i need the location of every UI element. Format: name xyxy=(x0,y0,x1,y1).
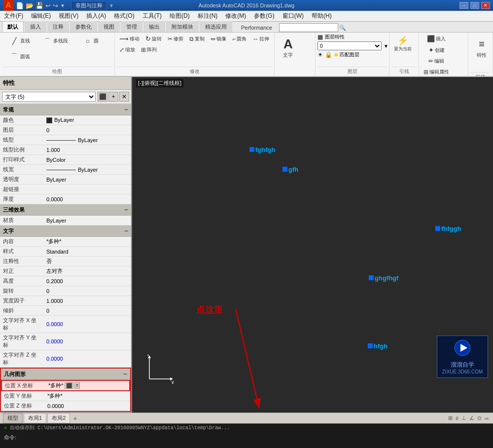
prop-layer-value[interactable]: 0 xyxy=(44,127,131,134)
osnap-icon[interactable]: ⊙ xyxy=(477,415,482,421)
menu-dimension[interactable]: 标注(N) xyxy=(194,11,222,21)
qat-dropdown[interactable]: ▼ xyxy=(60,3,65,8)
tab-insert[interactable]: 插入 xyxy=(25,21,46,32)
prop-pickadd-btn[interactable]: ⬛ xyxy=(98,92,107,102)
add-layout-btn[interactable]: + xyxy=(70,413,80,423)
menu-parametric[interactable]: 参数(G) xyxy=(250,11,278,21)
tab-performance[interactable]: Performance xyxy=(236,23,277,32)
modify-array-btn[interactable]: ⊞ 阵列 xyxy=(139,45,159,55)
prop-select-btn[interactable]: + xyxy=(108,92,118,102)
prop-style-value[interactable]: Standard xyxy=(44,248,131,255)
prop-color-value[interactable]: ByLayer xyxy=(44,116,131,124)
modify-stretch-btn[interactable]: ↔ 拉伸 xyxy=(250,34,272,44)
tab-addons[interactable]: 附加模块 xyxy=(166,21,199,32)
prop-linetype-value[interactable]: ByLayer xyxy=(44,137,131,144)
modify-trim-btn[interactable]: ✂ 修剪 xyxy=(165,34,186,44)
tab-view[interactable]: 视图 xyxy=(98,21,120,32)
menu-insert[interactable]: 插入(A) xyxy=(82,11,110,21)
pos-x-pick-btn[interactable]: ⬛ xyxy=(65,382,73,389)
canvas-text-ghgfhgf[interactable]: ghgfhgf xyxy=(369,274,398,282)
ortho-icon[interactable]: ⊥ xyxy=(461,415,466,421)
modify-scale-btn[interactable]: ⤢ 缩放 xyxy=(117,45,138,55)
prop-thickness-value[interactable]: 0.0000 xyxy=(44,196,131,203)
prop-transparency-value[interactable]: ByLayer xyxy=(44,176,131,183)
tab-output[interactable]: 输出 xyxy=(143,21,165,32)
prop-txtalign-y-value[interactable]: 0.0000 xyxy=(44,338,131,345)
dropdown-arrow[interactable]: ▼ xyxy=(109,3,114,8)
block-insert-btn[interactable]: ⬛ 插入 xyxy=(421,34,452,44)
modify-rotate-btn[interactable]: ↻ 旋转 xyxy=(143,34,164,44)
model-tab[interactable]: 模型 xyxy=(3,413,23,423)
block-create-btn[interactable]: ✦ 创建 xyxy=(421,45,452,55)
annotation-dimension-btn[interactable]: ↕ 标注 xyxy=(277,73,299,77)
block-edit-attr-btn[interactable]: ⊞ 编辑属性 xyxy=(421,67,452,77)
modify-move-btn[interactable]: ⟿ 移动 xyxy=(117,34,142,44)
layer-dropdown-icon[interactable]: ▼ xyxy=(384,43,388,49)
menu-draw[interactable]: 绘图(D) xyxy=(166,11,194,21)
prop-content-value[interactable]: *多种* xyxy=(44,237,131,246)
canvas-text-fhfggh[interactable]: fhfggh xyxy=(435,225,461,232)
layout1-tab[interactable]: 布局1 xyxy=(24,413,46,423)
prop-pos-x-value[interactable]: *多种* ⬛ = xyxy=(46,381,129,390)
section-wenzi-collapse[interactable]: − xyxy=(124,227,128,235)
prop-oblique-value[interactable]: 0 xyxy=(44,307,131,314)
layer-lock-icon[interactable]: 🔒 xyxy=(325,51,332,58)
menu-file[interactable]: 文件(F) xyxy=(0,11,27,21)
section-sanwei-collapse[interactable]: − xyxy=(124,206,128,214)
draw-polyline-btn[interactable]: ⌒ 多线段 xyxy=(37,34,72,48)
layer-color-icon[interactable]: ■ xyxy=(334,51,338,58)
canvas-text-gfh[interactable]: gfh xyxy=(282,166,298,173)
prop-txtalign-z-value[interactable]: 0.0000 xyxy=(44,355,131,362)
properties-btn[interactable]: ≡ 特性 xyxy=(470,34,493,72)
prop-rotation-value[interactable]: 0 xyxy=(44,288,131,295)
menu-tools[interactable]: 工具(T) xyxy=(139,11,166,21)
modify-fillet-btn[interactable]: ⌐ 圆角 xyxy=(230,34,249,44)
command-input[interactable] xyxy=(20,435,491,441)
modify-copy-btn[interactable]: ⧉ 复制 xyxy=(187,34,207,44)
layer-freeze-icon[interactable]: ☀ xyxy=(317,51,323,58)
close-button[interactable]: ✕ xyxy=(481,2,490,9)
section-sanwei-header[interactable]: 三维效果 − xyxy=(0,204,131,216)
prop-match-btn[interactable]: ⚡ 置为当前 xyxy=(391,34,414,53)
snap-icon[interactable]: ⊞ xyxy=(448,415,453,421)
prop-txtalign-x-value[interactable]: 0.0000 xyxy=(44,321,131,328)
tab-annotation[interactable]: 注释 xyxy=(47,21,69,32)
tab-featured[interactable]: 精选应用 xyxy=(200,21,232,32)
menu-format[interactable]: 格式(O) xyxy=(110,11,138,21)
performance-search-input[interactable] xyxy=(279,23,338,32)
menu-view[interactable]: 视图(V) xyxy=(55,11,82,21)
menu-window[interactable]: 窗口(W) xyxy=(279,11,308,21)
pos-x-calc-btn[interactable]: = xyxy=(74,382,80,389)
annotation-text-btn[interactable]: A 文字 xyxy=(277,34,299,72)
section-changgui-collapse[interactable]: − xyxy=(124,106,128,113)
layer-match-label[interactable]: 匹配图层 xyxy=(340,51,359,58)
prop-deselect-btn[interactable]: ✕ xyxy=(119,92,129,102)
tab-parametric[interactable]: 参数化 xyxy=(70,21,97,32)
menu-help[interactable]: 帮助(H) xyxy=(308,11,336,21)
prop-annotative-value[interactable]: 否 xyxy=(44,257,131,265)
minimize-button[interactable]: － xyxy=(459,2,468,9)
canvas-text-fghfgh[interactable]: fghfgh xyxy=(249,146,275,153)
prop-justify-value[interactable]: 左对齐 xyxy=(44,267,131,275)
grid-icon[interactable]: # xyxy=(456,415,458,421)
section-wenzi-header[interactable]: 文字 − xyxy=(0,225,131,237)
restore-button[interactable]: □ xyxy=(470,2,479,9)
canvas-text-hfgh[interactable]: hfgh xyxy=(368,342,387,350)
section-changgui-header[interactable]: 常规 − xyxy=(0,104,131,115)
draw-line-btn[interactable]: ╱ 直线 xyxy=(2,34,36,48)
qat-redo[interactable]: ↪ xyxy=(53,2,58,9)
section-geometry-collapse[interactable]: − xyxy=(123,370,127,378)
section-other-header[interactable]: 其他 − xyxy=(0,412,131,412)
block-edit-btn[interactable]: ✏ 编辑 xyxy=(421,56,452,66)
prop-height-value[interactable]: 0.2000 xyxy=(44,278,131,285)
polar-icon[interactable]: ∠ xyxy=(469,415,474,421)
section-geometry-header[interactable]: 几何图形 − xyxy=(1,369,130,380)
prop-material-value[interactable]: ByLayer xyxy=(44,217,131,224)
draw-circle-btn[interactable]: ○ 圆 xyxy=(73,34,107,48)
prop-plotstyle-value[interactable]: ByColor xyxy=(44,156,131,163)
menu-modify[interactable]: 修改(M) xyxy=(221,11,250,21)
layer-selector[interactable]: 0 xyxy=(317,41,382,50)
lineweight-icon[interactable]: ═ xyxy=(485,415,489,421)
tab-manage[interactable]: 管理 xyxy=(121,21,142,32)
layout2-tab[interactable]: 布局2 xyxy=(47,413,70,423)
